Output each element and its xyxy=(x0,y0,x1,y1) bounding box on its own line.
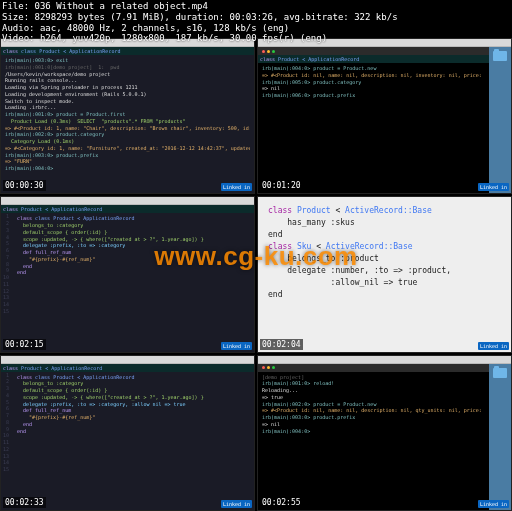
thumbnail-grid: class class Product < ApplicationRecord … xyxy=(0,38,512,511)
meta-file: File: 036 Without a related object.mp4 xyxy=(2,1,398,12)
desktop-sidebar xyxy=(489,364,511,510)
line-gutter: 123456789101112131415 xyxy=(1,372,11,502)
meta-video: Video: h264, yuv420p, 1280x800, 187 kb/s… xyxy=(2,33,398,44)
terminal-titlebar xyxy=(258,364,489,372)
zoom-icon[interactable] xyxy=(272,366,275,369)
linkedin-badge: Linked in xyxy=(478,342,509,350)
thumbnail-4[interactable]: class Product < ActiveRecord::Base has_m… xyxy=(257,196,512,352)
desktop-sidebar xyxy=(489,47,511,193)
timestamp: 00:02:55 xyxy=(260,497,303,508)
editor-tab-header: class Product < ApplicationRecord xyxy=(1,205,254,213)
macos-menubar xyxy=(1,197,254,205)
editor-body: 123456789101112131415 class class Produc… xyxy=(1,372,254,502)
macos-menubar xyxy=(1,356,254,364)
thumbnail-2[interactable]: class Product < ApplicationRecord irb(ma… xyxy=(257,38,512,194)
timestamp: 00:02:15 xyxy=(3,339,46,350)
minimize-icon[interactable] xyxy=(267,366,270,369)
terminal-titlebar xyxy=(258,47,489,55)
thumbnail-3[interactable]: class Product < ApplicationRecord 123456… xyxy=(0,196,255,352)
timestamp: 00:02:33 xyxy=(3,497,46,508)
meta-size: Size: 8298293 bytes (7.91 MiB), duration… xyxy=(2,12,398,23)
macos-menubar xyxy=(258,356,511,364)
linkedin-badge: Linked in xyxy=(478,500,509,508)
minimize-icon[interactable] xyxy=(267,50,270,53)
line-gutter: 123456789101112131415 xyxy=(1,213,11,343)
linkedin-badge: Linked in xyxy=(221,183,252,191)
terminal-body: [demo_project] irb(main):001:0> reload! … xyxy=(258,372,489,494)
folder-icon xyxy=(493,368,507,378)
zoom-icon[interactable] xyxy=(272,50,275,53)
window-controls[interactable] xyxy=(260,366,275,369)
editor-body: 123456789101112131415 class class Produc… xyxy=(1,213,254,343)
folder-icon xyxy=(493,51,507,61)
window-controls[interactable] xyxy=(260,50,275,53)
thumbnail-6[interactable]: [demo_project] irb(main):001:0> reload! … xyxy=(257,355,512,511)
editor-tab-header: class Product < ApplicationRecord xyxy=(1,364,254,372)
linkedin-badge: Linked in xyxy=(221,342,252,350)
terminal-window: class Product < ApplicationRecord irb(ma… xyxy=(258,47,489,193)
timestamp: 00:00:30 xyxy=(3,180,46,191)
editor-tab-header: class class Product < ApplicationRecord xyxy=(1,47,254,55)
timestamp: 00:02:04 xyxy=(260,339,303,350)
slide-body: class Product < ActiveRecord::Base has_m… xyxy=(258,197,511,327)
thumbnail-1[interactable]: class class Product < ApplicationRecord … xyxy=(0,38,255,194)
terminal-body: irb(main):003:0> exit irb(main):001:0[de… xyxy=(1,55,254,185)
terminal-window: [demo_project] irb(main):001:0> reload! … xyxy=(258,364,489,510)
thumbnail-5[interactable]: class Product < ApplicationRecord 123456… xyxy=(0,355,255,511)
file-metadata: File: 036 Without a related object.mp4 S… xyxy=(0,0,400,45)
timestamp: 00:01:20 xyxy=(260,180,303,191)
close-icon[interactable] xyxy=(262,366,265,369)
close-icon[interactable] xyxy=(262,50,265,53)
meta-audio: Audio: aac, 48000 Hz, 2 channels, s16, 1… xyxy=(2,23,398,34)
linkedin-badge: Linked in xyxy=(221,500,252,508)
editor-tab-header: class Product < ApplicationRecord xyxy=(258,55,489,63)
linkedin-badge: Linked in xyxy=(478,183,509,191)
terminal-body: irb(main):004:0> product = Product.new =… xyxy=(258,63,489,185)
